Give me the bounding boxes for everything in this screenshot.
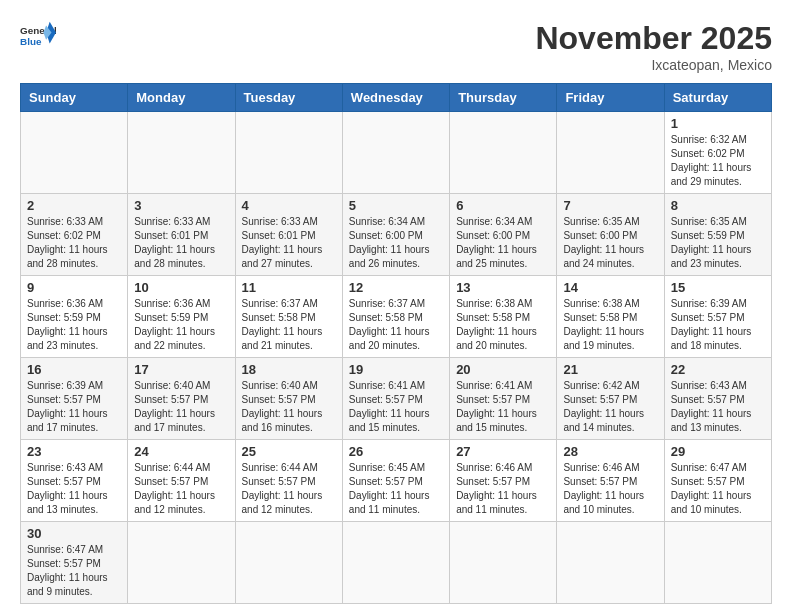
calendar-day-cell: 22Sunrise: 6:43 AM Sunset: 5:57 PM Dayli… [664,358,771,440]
calendar-day-cell [557,112,664,194]
calendar-day-cell: 18Sunrise: 6:40 AM Sunset: 5:57 PM Dayli… [235,358,342,440]
day-number: 26 [349,444,443,459]
calendar-day-cell: 8Sunrise: 6:35 AM Sunset: 5:59 PM Daylig… [664,194,771,276]
calendar-day-cell: 2Sunrise: 6:33 AM Sunset: 6:02 PM Daylig… [21,194,128,276]
day-info: Sunrise: 6:36 AM Sunset: 5:59 PM Dayligh… [134,297,228,353]
day-info: Sunrise: 6:39 AM Sunset: 5:57 PM Dayligh… [27,379,121,435]
weekday-header-row: SundayMondayTuesdayWednesdayThursdayFrid… [21,84,772,112]
calendar: SundayMondayTuesdayWednesdayThursdayFrid… [20,83,772,604]
calendar-day-cell: 3Sunrise: 6:33 AM Sunset: 6:01 PM Daylig… [128,194,235,276]
weekday-header-sunday: Sunday [21,84,128,112]
day-info: Sunrise: 6:34 AM Sunset: 6:00 PM Dayligh… [349,215,443,271]
calendar-day-cell: 16Sunrise: 6:39 AM Sunset: 5:57 PM Dayli… [21,358,128,440]
day-number: 15 [671,280,765,295]
day-number: 21 [563,362,657,377]
calendar-day-cell [342,522,449,604]
calendar-day-cell: 20Sunrise: 6:41 AM Sunset: 5:57 PM Dayli… [450,358,557,440]
logo-icon: General Blue [20,20,56,56]
day-number: 10 [134,280,228,295]
calendar-day-cell [664,522,771,604]
day-info: Sunrise: 6:47 AM Sunset: 5:57 PM Dayligh… [27,543,121,599]
calendar-day-cell: 29Sunrise: 6:47 AM Sunset: 5:57 PM Dayli… [664,440,771,522]
calendar-day-cell: 27Sunrise: 6:46 AM Sunset: 5:57 PM Dayli… [450,440,557,522]
day-info: Sunrise: 6:41 AM Sunset: 5:57 PM Dayligh… [349,379,443,435]
day-number: 5 [349,198,443,213]
day-info: Sunrise: 6:38 AM Sunset: 5:58 PM Dayligh… [563,297,657,353]
weekday-header-wednesday: Wednesday [342,84,449,112]
calendar-day-cell [128,112,235,194]
day-info: Sunrise: 6:40 AM Sunset: 5:57 PM Dayligh… [242,379,336,435]
day-info: Sunrise: 6:43 AM Sunset: 5:57 PM Dayligh… [27,461,121,517]
day-number: 17 [134,362,228,377]
weekday-header-saturday: Saturday [664,84,771,112]
day-info: Sunrise: 6:34 AM Sunset: 6:00 PM Dayligh… [456,215,550,271]
calendar-day-cell: 13Sunrise: 6:38 AM Sunset: 5:58 PM Dayli… [450,276,557,358]
day-info: Sunrise: 6:39 AM Sunset: 5:57 PM Dayligh… [671,297,765,353]
weekday-header-friday: Friday [557,84,664,112]
calendar-day-cell: 9Sunrise: 6:36 AM Sunset: 5:59 PM Daylig… [21,276,128,358]
day-number: 24 [134,444,228,459]
day-number: 9 [27,280,121,295]
day-number: 20 [456,362,550,377]
day-info: Sunrise: 6:44 AM Sunset: 5:57 PM Dayligh… [242,461,336,517]
day-number: 23 [27,444,121,459]
day-info: Sunrise: 6:44 AM Sunset: 5:57 PM Dayligh… [134,461,228,517]
calendar-day-cell: 7Sunrise: 6:35 AM Sunset: 6:00 PM Daylig… [557,194,664,276]
day-info: Sunrise: 6:37 AM Sunset: 5:58 PM Dayligh… [242,297,336,353]
day-info: Sunrise: 6:35 AM Sunset: 5:59 PM Dayligh… [671,215,765,271]
calendar-week-row: 1Sunrise: 6:32 AM Sunset: 6:02 PM Daylig… [21,112,772,194]
weekday-header-monday: Monday [128,84,235,112]
day-info: Sunrise: 6:35 AM Sunset: 6:00 PM Dayligh… [563,215,657,271]
month-title: November 2025 [535,20,772,57]
location: Ixcateopan, Mexico [535,57,772,73]
calendar-day-cell: 10Sunrise: 6:36 AM Sunset: 5:59 PM Dayli… [128,276,235,358]
calendar-day-cell [450,522,557,604]
day-number: 30 [27,526,121,541]
calendar-week-row: 9Sunrise: 6:36 AM Sunset: 5:59 PM Daylig… [21,276,772,358]
weekday-header-tuesday: Tuesday [235,84,342,112]
day-number: 12 [349,280,443,295]
calendar-day-cell: 11Sunrise: 6:37 AM Sunset: 5:58 PM Dayli… [235,276,342,358]
day-info: Sunrise: 6:40 AM Sunset: 5:57 PM Dayligh… [134,379,228,435]
svg-text:Blue: Blue [20,36,42,47]
calendar-day-cell: 21Sunrise: 6:42 AM Sunset: 5:57 PM Dayli… [557,358,664,440]
calendar-day-cell: 4Sunrise: 6:33 AM Sunset: 6:01 PM Daylig… [235,194,342,276]
day-number: 1 [671,116,765,131]
day-number: 4 [242,198,336,213]
calendar-day-cell: 12Sunrise: 6:37 AM Sunset: 5:58 PM Dayli… [342,276,449,358]
day-number: 27 [456,444,550,459]
calendar-day-cell: 1Sunrise: 6:32 AM Sunset: 6:02 PM Daylig… [664,112,771,194]
calendar-day-cell [235,522,342,604]
day-number: 16 [27,362,121,377]
calendar-day-cell [450,112,557,194]
calendar-day-cell: 30Sunrise: 6:47 AM Sunset: 5:57 PM Dayli… [21,522,128,604]
day-info: Sunrise: 6:46 AM Sunset: 5:57 PM Dayligh… [456,461,550,517]
day-number: 29 [671,444,765,459]
calendar-week-row: 16Sunrise: 6:39 AM Sunset: 5:57 PM Dayli… [21,358,772,440]
weekday-header-thursday: Thursday [450,84,557,112]
calendar-day-cell [342,112,449,194]
calendar-day-cell: 25Sunrise: 6:44 AM Sunset: 5:57 PM Dayli… [235,440,342,522]
day-number: 13 [456,280,550,295]
day-info: Sunrise: 6:33 AM Sunset: 6:02 PM Dayligh… [27,215,121,271]
day-info: Sunrise: 6:45 AM Sunset: 5:57 PM Dayligh… [349,461,443,517]
calendar-day-cell [21,112,128,194]
day-number: 25 [242,444,336,459]
day-number: 11 [242,280,336,295]
day-number: 6 [456,198,550,213]
calendar-week-row: 30Sunrise: 6:47 AM Sunset: 5:57 PM Dayli… [21,522,772,604]
calendar-day-cell: 15Sunrise: 6:39 AM Sunset: 5:57 PM Dayli… [664,276,771,358]
calendar-day-cell: 5Sunrise: 6:34 AM Sunset: 6:00 PM Daylig… [342,194,449,276]
calendar-day-cell [557,522,664,604]
calendar-day-cell: 26Sunrise: 6:45 AM Sunset: 5:57 PM Dayli… [342,440,449,522]
day-info: Sunrise: 6:43 AM Sunset: 5:57 PM Dayligh… [671,379,765,435]
day-info: Sunrise: 6:47 AM Sunset: 5:57 PM Dayligh… [671,461,765,517]
day-number: 7 [563,198,657,213]
page-header: General Blue November 2025 Ixcateopan, M… [20,20,772,73]
day-number: 19 [349,362,443,377]
day-info: Sunrise: 6:33 AM Sunset: 6:01 PM Dayligh… [134,215,228,271]
day-info: Sunrise: 6:33 AM Sunset: 6:01 PM Dayligh… [242,215,336,271]
calendar-week-row: 23Sunrise: 6:43 AM Sunset: 5:57 PM Dayli… [21,440,772,522]
calendar-day-cell [235,112,342,194]
day-number: 8 [671,198,765,213]
